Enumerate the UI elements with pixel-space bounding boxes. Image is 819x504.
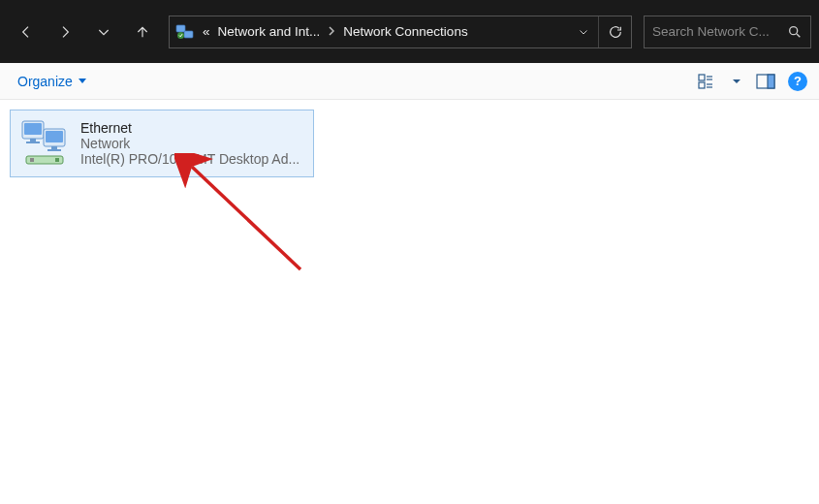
svg-line-23 (192, 167, 300, 269)
svg-rect-1 (184, 31, 193, 38)
connection-status: Network (80, 136, 299, 151)
address-history-button[interactable] (569, 16, 598, 47)
svg-rect-11 (768, 75, 774, 88)
breadcrumb-segment-2[interactable]: Network Connections (339, 16, 471, 47)
svg-rect-5 (699, 82, 705, 88)
recent-locations-button[interactable] (85, 14, 122, 50)
connection-adapter: Intel(R) PRO/1000 MT Desktop Ad... (80, 151, 299, 167)
help-button[interactable]: ? (788, 72, 807, 91)
back-button[interactable] (8, 14, 45, 50)
forward-button[interactable] (47, 14, 83, 50)
svg-rect-18 (51, 146, 57, 149)
search-placeholder: Search Network C... (652, 24, 781, 39)
location-icon (172, 18, 199, 46)
svg-rect-17 (46, 131, 63, 142)
view-dropdown-button[interactable] (730, 69, 743, 94)
svg-rect-22 (55, 158, 59, 162)
breadcrumb-segment-1[interactable]: Network and Int... (214, 16, 325, 47)
svg-rect-4 (699, 75, 705, 80)
search-icon (787, 24, 803, 40)
svg-rect-19 (47, 149, 61, 151)
refresh-button[interactable] (598, 16, 631, 47)
network-adapter-icon (18, 117, 71, 170)
preview-pane-button[interactable] (753, 69, 778, 94)
svg-point-3 (790, 26, 798, 34)
organize-label: Organize (17, 74, 73, 89)
command-bar: Organize ? (0, 63, 819, 100)
svg-rect-13 (24, 123, 42, 135)
up-button[interactable] (124, 14, 161, 50)
svg-rect-14 (30, 139, 36, 142)
breadcrumb-overflow[interactable]: « (199, 16, 214, 47)
content-area: Ethernet Network Intel(R) PRO/1000 MT De… (0, 100, 819, 504)
search-input[interactable]: Search Network C... (644, 16, 811, 48)
titlebar: « Network and Int... Network Connections… (0, 0, 819, 63)
organize-menu-button[interactable]: Organize (12, 70, 92, 93)
svg-rect-15 (26, 142, 40, 143)
svg-rect-0 (176, 25, 185, 32)
breadcrumb-separator-icon (324, 25, 339, 39)
connection-name: Ethernet (80, 120, 299, 136)
address-bar[interactable]: « Network and Int... Network Connections (169, 16, 632, 48)
connection-item-ethernet[interactable]: Ethernet Network Intel(R) PRO/1000 MT De… (10, 110, 314, 177)
svg-rect-21 (30, 158, 34, 162)
view-options-button[interactable] (695, 69, 720, 94)
